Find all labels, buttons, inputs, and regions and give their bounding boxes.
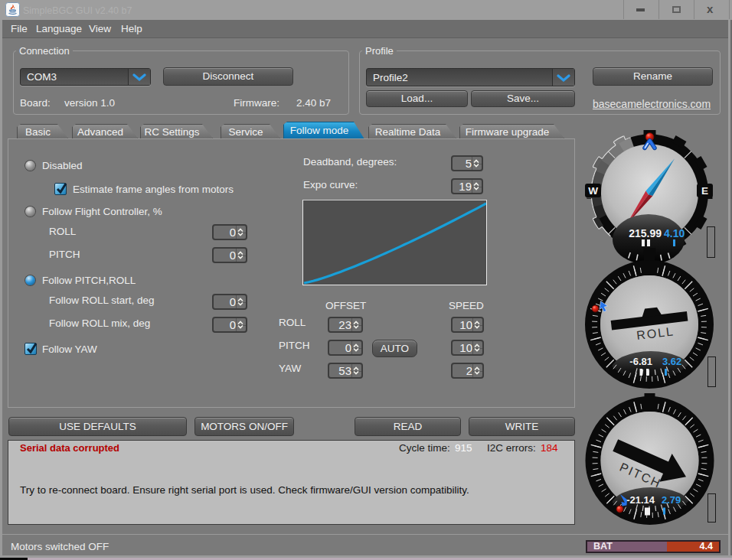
svg-text:-21.14: -21.14 (626, 494, 655, 506)
svg-text:W: W (588, 185, 598, 197)
svg-text:2.79: 2.79 (662, 494, 681, 506)
svg-text:215.99: 215.99 (629, 227, 662, 239)
svg-text:E: E (701, 185, 708, 197)
svg-text:3.62: 3.62 (662, 356, 681, 367)
svg-text:4.10: 4.10 (664, 227, 685, 239)
svg-text:-6.81: -6.81 (629, 356, 652, 367)
